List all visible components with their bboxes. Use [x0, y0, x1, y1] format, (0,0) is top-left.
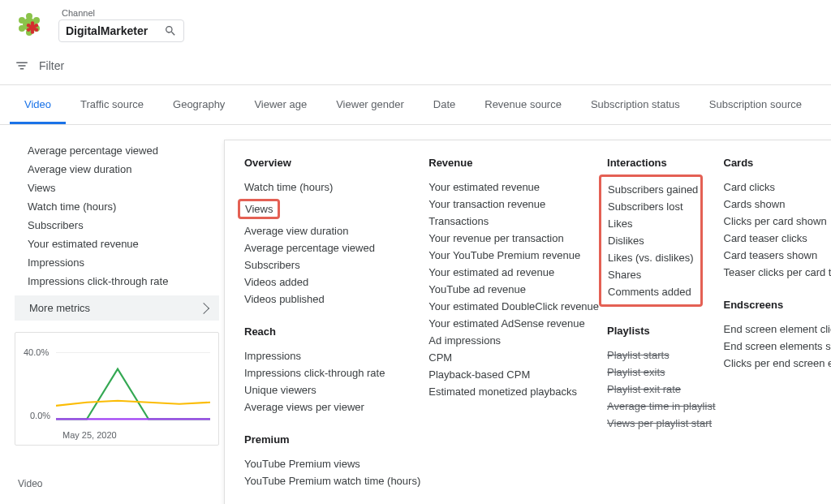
- more-metrics-label: More metrics: [29, 302, 90, 314]
- metric-item[interactable]: Average percentage viewed: [28, 141, 219, 160]
- svg-point-13: [29, 24, 37, 32]
- metric-option[interactable]: Subscribers: [244, 256, 420, 274]
- tab-viewer-gender[interactable]: Viewer gender: [321, 85, 419, 124]
- metric-option[interactable]: Card clicks: [724, 179, 832, 196]
- metric-option[interactable]: Playlist exit rate: [607, 381, 715, 398]
- heading-interactions: Interactions: [607, 157, 715, 169]
- channel-input[interactable]: [66, 24, 164, 37]
- metric-option[interactable]: Videos published: [244, 291, 420, 308]
- metric-option[interactable]: Comments added: [608, 283, 694, 300]
- metric-option[interactable]: Unique viewers: [244, 381, 420, 398]
- metric-option[interactable]: Card teasers shown: [724, 247, 832, 264]
- tab-subscription-status[interactable]: Subscription status: [576, 85, 695, 124]
- search-icon: [164, 24, 177, 37]
- panel-col-4: Cards Card clicksCards shownClicks per c…: [724, 157, 832, 489]
- metric-item[interactable]: Subscribers: [28, 216, 219, 235]
- metric-option[interactable]: YouTube ad revenue: [428, 281, 599, 298]
- metric-option[interactable]: Your estimated DoubleClick revenue: [428, 298, 599, 315]
- metric-option[interactable]: YouTube Premium views: [244, 455, 420, 472]
- filter-icon: [15, 58, 29, 73]
- heading-playlists: Playlists: [607, 325, 715, 337]
- tab-revenue-source[interactable]: Revenue source: [470, 85, 576, 124]
- metrics-sidebar: Average percentage viewedAverage view du…: [15, 140, 219, 504]
- channel-picker: Channel: [58, 6, 184, 42]
- metric-option[interactable]: Subscribers gained: [608, 181, 694, 198]
- metric-option[interactable]: Impressions click-through rate: [244, 364, 420, 381]
- metric-option[interactable]: Teaser clicks per card teaser shown: [724, 264, 832, 281]
- tab-playlist[interactable]: Playlist: [816, 85, 831, 124]
- metric-option[interactable]: Playlist exits: [607, 364, 715, 381]
- metric-option[interactable]: Average percentage viewed: [244, 239, 420, 256]
- x-tick: May 25, 2020: [62, 430, 117, 440]
- tab-viewer-age[interactable]: Viewer age: [239, 85, 321, 124]
- metric-option[interactable]: Average view duration: [244, 222, 420, 239]
- metric-option[interactable]: Playback-based CPM: [428, 366, 599, 383]
- heading-endscreens: Endscreens: [724, 299, 832, 311]
- channel-label: Channel: [62, 8, 184, 18]
- metric-option[interactable]: Clicks per card shown: [724, 213, 832, 230]
- heading-overview: Overview: [244, 157, 420, 169]
- metric-option[interactable]: End screen elements shown: [724, 338, 832, 355]
- interactions-highlight-box: Subscribers gainedSubscribers lostLikesD…: [599, 174, 703, 307]
- panel-col-3: Interactions Subscribers gainedSubscribe…: [607, 157, 723, 489]
- metric-option[interactable]: Your estimated ad revenue: [428, 264, 599, 281]
- metric-option[interactable]: Your revenue per transaction: [428, 230, 599, 247]
- metric-option[interactable]: Impressions: [244, 347, 420, 364]
- tab-video[interactable]: Video: [10, 85, 66, 124]
- app-logo-icon: [15, 10, 44, 39]
- trend-chart: 40.0% 0.0% May 25, 2020: [15, 332, 219, 446]
- header: Channel: [0, 0, 831, 50]
- metric-option[interactable]: Estimated monetized playbacks: [428, 383, 599, 400]
- metric-option[interactable]: Card teaser clicks: [724, 230, 832, 247]
- heading-revenue: Revenue: [428, 157, 599, 169]
- metric-option[interactable]: Dislikes: [608, 232, 694, 249]
- panel-col-1: Overview Watch time (hours)ViewsAverage …: [244, 157, 428, 489]
- metric-item[interactable]: Average view duration: [28, 160, 219, 179]
- tab-date[interactable]: Date: [419, 85, 470, 124]
- tab-traffic-source[interactable]: Traffic source: [66, 85, 158, 124]
- metric-option[interactable]: CPM: [428, 349, 599, 366]
- filter-row[interactable]: Filter: [0, 50, 831, 84]
- chart-lines: [56, 352, 210, 420]
- tab-geography[interactable]: Geography: [158, 85, 239, 124]
- metric-option[interactable]: Views per playlist start: [607, 415, 715, 432]
- metric-option[interactable]: Likes: [608, 215, 694, 232]
- metric-option[interactable]: Views: [244, 196, 420, 222]
- filter-label: Filter: [39, 59, 64, 72]
- metric-item[interactable]: Watch time (hours): [28, 197, 219, 216]
- metric-option[interactable]: End screen element clicks: [724, 321, 832, 338]
- metric-option[interactable]: YouTube Premium watch time (hours): [244, 472, 420, 489]
- panel-col-2: Revenue Your estimated revenueYour trans…: [428, 157, 607, 489]
- metric-item[interactable]: Your estimated revenue: [28, 235, 219, 253]
- y-tick-bottom: 0.0%: [30, 411, 50, 420]
- metric-option[interactable]: Your estimated AdSense revenue: [428, 315, 599, 332]
- metric-option[interactable]: Likes (vs. dislikes): [608, 249, 694, 266]
- metric-item[interactable]: Views: [28, 179, 219, 197]
- channel-input-wrap[interactable]: [58, 19, 184, 42]
- metric-option[interactable]: Average time in playlist: [607, 398, 715, 415]
- metric-option[interactable]: Playlist starts: [607, 347, 715, 364]
- metric-option[interactable]: Watch time (hours): [244, 179, 420, 196]
- metric-option[interactable]: Cards shown: [724, 196, 832, 213]
- metric-option[interactable]: Ad impressions: [428, 332, 599, 349]
- metric-option[interactable]: Average views per viewer: [244, 398, 420, 416]
- metrics-panel: Overview Watch time (hours)ViewsAverage …: [224, 140, 831, 504]
- more-metrics-button[interactable]: More metrics: [15, 295, 219, 321]
- metric-option[interactable]: Clicks per end screen element shown: [724, 355, 832, 372]
- dimension-tabs: VideoTraffic sourceGeographyViewer ageVi…: [0, 85, 831, 125]
- table-header-video: Video: [15, 478, 219, 489]
- workspace: Average percentage viewedAverage view du…: [0, 140, 831, 504]
- heading-cards: Cards: [724, 157, 832, 169]
- tab-subscription-source[interactable]: Subscription source: [695, 85, 816, 124]
- metric-item[interactable]: Impressions click-through rate: [28, 272, 219, 291]
- metric-option[interactable]: Transactions: [428, 213, 599, 230]
- metric-option[interactable]: Subscribers lost: [608, 198, 694, 215]
- metric-option[interactable]: Videos added: [244, 274, 420, 291]
- metric-item[interactable]: Impressions: [28, 253, 219, 272]
- metric-option[interactable]: Your transaction revenue: [428, 196, 599, 213]
- metric-option[interactable]: Shares: [608, 266, 694, 283]
- heading-premium: Premium: [244, 433, 420, 446]
- metric-option[interactable]: Your YouTube Premium revenue: [428, 247, 599, 264]
- metric-list: Average percentage viewedAverage view du…: [28, 141, 219, 291]
- metric-option[interactable]: Your estimated revenue: [428, 179, 599, 196]
